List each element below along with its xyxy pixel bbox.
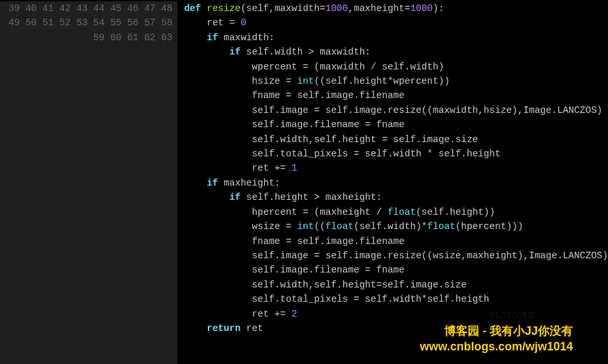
line-number-gutter: 39 40 41 42 43 44 45 46 47 48 49 50 51 5… — [0, 1, 177, 364]
watermark-text: 博客园 - 我有小JJ你没有 — [444, 324, 573, 338]
code-content: def resize(self,maxwidth=1000,maxheight=… — [177, 1, 608, 364]
watermark-url: www.cnblogs.com/wjw1014 — [420, 339, 573, 354]
code-editor: 39 40 41 42 43 44 45 46 47 48 49 50 51 5… — [0, 0, 608, 364]
